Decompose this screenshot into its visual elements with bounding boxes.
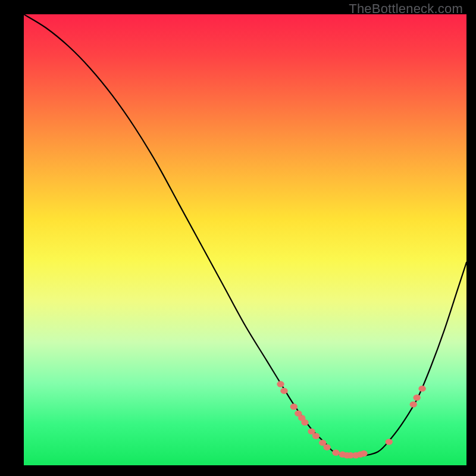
curve-marker: [360, 450, 367, 456]
curve-marker: [277, 381, 284, 387]
watermark-text: TheBottleneck.com: [349, 1, 463, 17]
curve-marker: [332, 450, 339, 456]
gradient-fill: [24, 14, 466, 465]
curve-marker: [413, 394, 420, 400]
curve-marker: [410, 401, 417, 407]
curve-marker: [280, 388, 287, 394]
chart-svg: [24, 14, 466, 465]
curve-marker: [418, 386, 425, 392]
plot-frame: [24, 14, 466, 465]
curve-marker: [312, 433, 320, 439]
curve-marker: [323, 444, 330, 450]
curve-marker: [290, 403, 298, 409]
curve-marker: [386, 439, 393, 444]
curve-marker: [301, 419, 308, 425]
